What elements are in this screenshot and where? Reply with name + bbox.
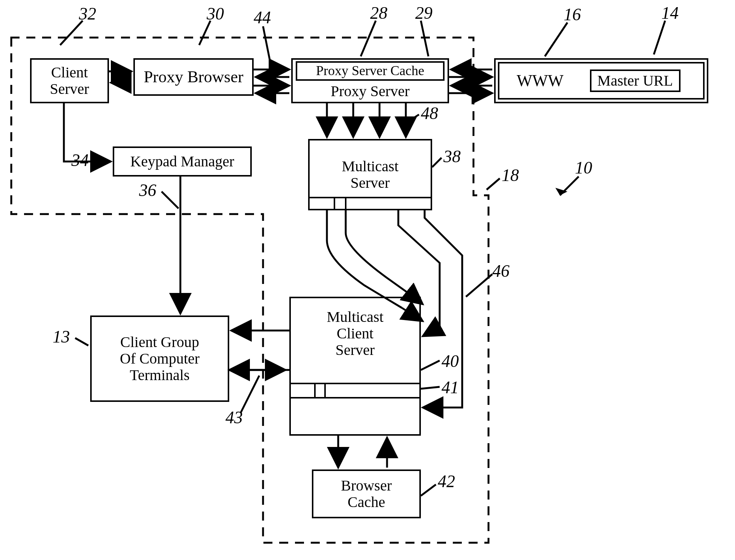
- ref-42: 42: [438, 471, 455, 491]
- ref-32: 32: [79, 4, 96, 24]
- ref-41: 41: [442, 377, 459, 397]
- diagram-canvas: Client Server Proxy Browser Proxy Server…: [0, 0, 735, 560]
- ref-34: 34: [71, 150, 89, 170]
- svg-line-17: [423, 327, 440, 336]
- svg-line-15: [402, 308, 423, 321]
- svg-line-16: [413, 297, 423, 304]
- ref-13: 13: [53, 327, 70, 347]
- master-url-label: Master URL: [597, 72, 673, 89]
- ref-36: 36: [139, 180, 156, 200]
- ref-16: 16: [564, 5, 581, 24]
- ref-29: 29: [415, 3, 433, 23]
- ref-46: 46: [492, 261, 510, 281]
- ref-38: 38: [443, 146, 461, 166]
- www-label: WWW: [498, 72, 564, 90]
- ref-40: 40: [442, 351, 459, 371]
- ref-18: 18: [502, 165, 519, 185]
- ref-14: 14: [661, 3, 679, 23]
- ref-44: 44: [254, 8, 271, 27]
- ref-28: 28: [370, 3, 387, 23]
- master-url-box: Master URL: [590, 69, 681, 92]
- ref-48: 48: [421, 103, 438, 123]
- ref-10: 10: [575, 158, 592, 178]
- ref-30: 30: [207, 4, 224, 24]
- ref-43: 43: [225, 408, 243, 427]
